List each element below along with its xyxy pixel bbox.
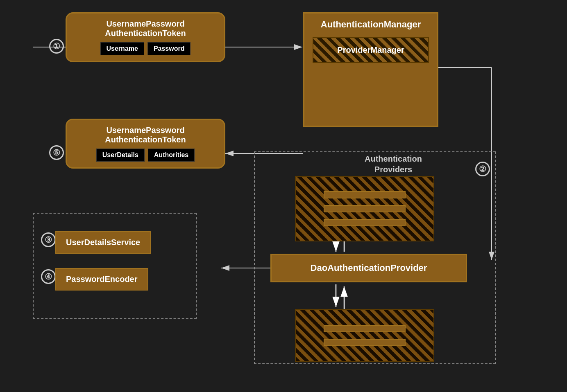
password-encoder-label: PasswordEncoder	[66, 275, 138, 284]
user-details-service-label: UserDetailsService	[66, 238, 140, 247]
authorities-tag: Authorities	[148, 149, 195, 162]
step-3-circle: ③	[41, 232, 56, 247]
token-box-5: UsernamePasswordAuthenticationToken User…	[66, 119, 225, 169]
bottom-bars	[295, 309, 434, 362]
provider-manager-box: ProviderManager	[313, 37, 429, 63]
token1-title: UsernamePasswordAuthenticationToken	[74, 19, 217, 38]
token-box-1: UsernamePasswordAuthenticationToken User…	[66, 12, 225, 62]
top-bar-3	[324, 219, 406, 226]
step-4-circle: ④	[41, 269, 56, 284]
dao-provider-title: DaoAuthenticationProvider	[311, 263, 427, 273]
user-details-service-box: UserDetailsService	[55, 231, 151, 254]
top-bar-1	[324, 191, 406, 198]
dao-authentication-provider-box: DaoAuthenticationProvider	[270, 254, 467, 282]
token5-tags: UserDetails Authorities	[74, 149, 217, 162]
top-bar-2	[324, 205, 406, 212]
provider-manager-title: ProviderManager	[318, 45, 424, 55]
auth-manager-box: AuthenticationManager ProviderManager	[303, 12, 438, 127]
top-bars	[295, 176, 434, 241]
auth-manager-title: AuthenticationManager	[304, 14, 437, 33]
token5-title: UsernamePasswordAuthenticationToken	[74, 126, 217, 144]
diagram-container: ① UsernamePasswordAuthenticationToken Us…	[0, 0, 567, 392]
step-5-circle: ⑤	[49, 145, 64, 160]
user-details-dashed-box	[33, 213, 197, 319]
username-tag: Username	[100, 42, 144, 55]
password-encoder-box: PasswordEncoder	[55, 268, 148, 291]
step-1-circle: ①	[49, 39, 64, 54]
password-tag: Password	[147, 42, 191, 55]
bottom-bar-1	[324, 325, 406, 332]
bottom-bar-2	[324, 339, 406, 346]
userdetails-tag: UserDetails	[96, 149, 145, 162]
token1-tags: Username Password	[74, 42, 217, 55]
